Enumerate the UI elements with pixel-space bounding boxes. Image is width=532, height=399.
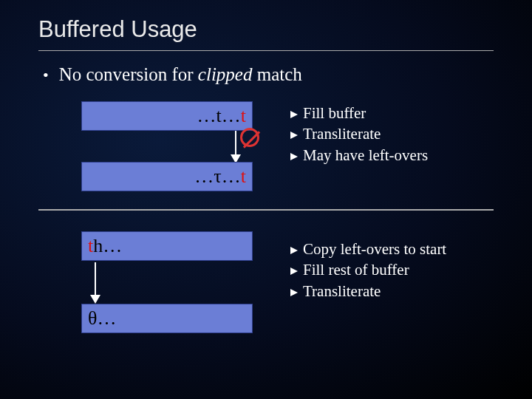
arrow-down-icon [90,262,100,304]
right-list-bottom: Copy left-overs to start Fill rest of bu… [290,239,446,301]
item-text: Transliterate [303,123,381,144]
item-text: Copy left-overs to start [303,239,446,259]
box1-red: t [241,105,246,127]
item-text: Fill buffer [303,103,366,123]
right-list-top: Fill buffer Transliterate May have left-… [290,103,428,166]
prohibit-icon [240,128,259,147]
svg-marker-1 [290,132,298,139]
item-text: May have left-overs [303,145,428,166]
item-text: Fill rest of buffer [303,259,409,280]
item-text: Transliterate [303,281,381,301]
bullet-dot-icon: • [43,67,49,83]
chevron-right-icon [290,288,299,297]
box1-black: …t… [197,105,241,127]
chevron-right-icon [290,152,299,161]
list-item: Transliterate [290,281,446,301]
buffer-box-1: …t…t [81,101,253,131]
svg-marker-5 [290,289,298,296]
svg-marker-3 [290,247,298,254]
svg-marker-0 [290,111,298,118]
bullet-text: No conversion for clipped match [59,64,302,85]
list-item: May have left-overs [290,145,428,166]
box3-black: h… [93,235,122,257]
buffer-box-3: th… [81,231,253,261]
box4-black: θ… [88,307,116,330]
box2-red: t [241,166,246,188]
bullet-row: • No conversion for clipped match [0,51,532,85]
chevron-right-icon [290,267,299,276]
chevron-right-icon [290,110,299,119]
bullet-clipped: clipped [198,64,253,84]
box3-red: t [88,235,93,257]
arrow-down-icon [231,131,241,163]
list-item: Transliterate [290,123,428,144]
bullet-suffix: match [252,64,301,84]
chevron-right-icon [290,246,299,255]
buffer-box-4: θ… [81,304,253,333]
list-item: Fill buffer [290,103,428,123]
list-item: Fill rest of buffer [290,259,446,280]
chevron-right-icon [290,131,299,140]
buffer-box-2: …τ…t [81,162,253,191]
svg-marker-2 [290,153,298,160]
section-divider [38,209,494,211]
slide-title: Buffered Usage [38,16,532,43]
box2-black: …τ… [194,166,240,188]
bullet-prefix: No conversion for [59,64,198,84]
svg-marker-4 [290,267,298,275]
list-item: Copy left-overs to start [290,239,446,259]
